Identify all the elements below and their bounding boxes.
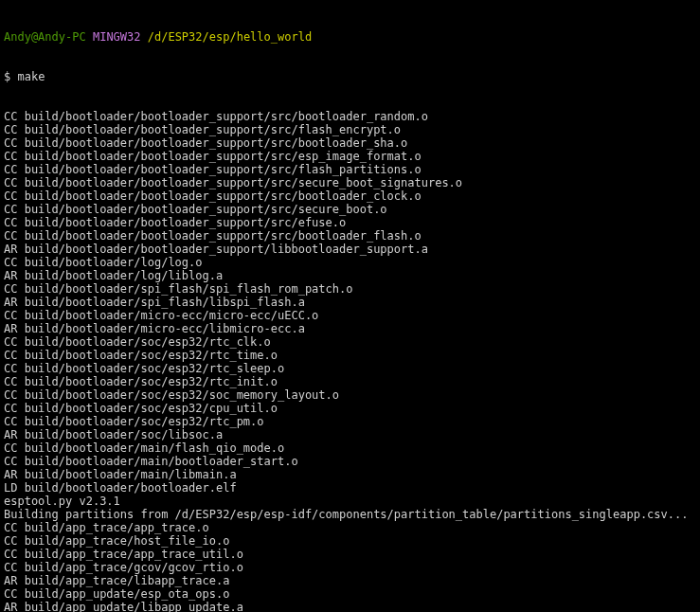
- output-line: AR build/app_trace/libapp_trace.a: [4, 574, 696, 587]
- output-line: CC build/app_trace/app_trace_util.o: [4, 548, 696, 561]
- command-text: make: [17, 70, 45, 83]
- output-line: CC build/bootloader/bootloader_support/s…: [4, 176, 696, 189]
- output-line: CC build/app_trace/app_trace.o: [4, 521, 696, 534]
- output-line: CC build/bootloader/spi_flash/spi_flash_…: [4, 282, 696, 296]
- output-line: CC build/bootloader/main/bootloader_star…: [4, 455, 696, 468]
- output-line: CC build/bootloader/bootloader_support/s…: [4, 110, 696, 123]
- terminal-window[interactable]: Andy@Andy-PC MINGW32 /d/ESP32/esp/hello_…: [0, 0, 700, 612]
- output-line: AR build/bootloader/log/liblog.a: [4, 269, 696, 282]
- output-line: CC build/app_update/esp_ota_ops.o: [4, 587, 696, 601]
- prompt-cwd: /d/ESP32/esp/hello_world: [148, 30, 312, 44]
- output-line: LD build/bootloader/bootloader.elf: [4, 481, 696, 495]
- output-line: CC build/bootloader/bootloader_support/s…: [4, 216, 696, 229]
- output-line: CC build/bootloader/bootloader_support/s…: [4, 163, 696, 176]
- output-line: CC build/bootloader/soc/esp32/rtc_sleep.…: [4, 362, 696, 375]
- output-line: CC build/bootloader/bootloader_support/s…: [4, 189, 696, 203]
- output-line: CC build/bootloader/micro-ecc/micro-ecc/…: [4, 309, 696, 322]
- output-line: AR build/app_update/libapp_update.a: [4, 601, 696, 612]
- output-line: CC build/bootloader/soc/esp32/rtc_time.o: [4, 349, 696, 362]
- output-line: CC build/app_trace/gcov/gcov_rtio.o: [4, 561, 696, 574]
- output-line: esptool.py v2.3.1: [4, 495, 696, 508]
- output-line: AR build/bootloader/soc/libsoc.a: [4, 428, 696, 441]
- output-line: CC build/bootloader/soc/esp32/soc_memory…: [4, 388, 696, 402]
- prompt-line: Andy@Andy-PC MINGW32 /d/ESP32/esp/hello_…: [4, 30, 696, 44]
- output-line: CC build/bootloader/bootloader_support/s…: [4, 229, 696, 243]
- output-line: CC build/bootloader/bootloader_support/s…: [4, 203, 696, 216]
- output-line: CC build/bootloader/soc/esp32/rtc_pm.o: [4, 415, 696, 428]
- command-line: $ make: [4, 70, 696, 83]
- output-line: CC build/bootloader/bootloader_support/s…: [4, 123, 696, 136]
- prompt-symbol: $: [4, 70, 10, 83]
- output-line: AR build/bootloader/bootloader_support/l…: [4, 243, 696, 256]
- output-line: CC build/bootloader/main/flash_qio_mode.…: [4, 441, 696, 455]
- prompt-shell: MINGW32: [93, 30, 141, 44]
- output-line: AR build/bootloader/micro-ecc/libmicro-e…: [4, 322, 696, 335]
- output-line: AR build/bootloader/main/libmain.a: [4, 468, 696, 481]
- output-line: CC build/bootloader/soc/esp32/rtc_clk.o: [4, 335, 696, 349]
- prompt-user-host: Andy@Andy-PC: [4, 30, 86, 44]
- output-line: CC build/app_trace/host_file_io.o: [4, 534, 696, 548]
- output-line: CC build/bootloader/soc/esp32/rtc_init.o: [4, 375, 696, 388]
- terminal-output: CC build/bootloader/bootloader_support/s…: [4, 110, 696, 612]
- output-line: AR build/bootloader/spi_flash/libspi_fla…: [4, 296, 696, 309]
- output-line: CC build/bootloader/soc/esp32/cpu_util.o: [4, 402, 696, 415]
- output-line: CC build/bootloader/log/log.o: [4, 256, 696, 269]
- output-line: Building partitions from /d/ESP32/esp/es…: [4, 508, 696, 521]
- output-line: CC build/bootloader/bootloader_support/s…: [4, 136, 696, 150]
- output-line: CC build/bootloader/bootloader_support/s…: [4, 150, 696, 163]
